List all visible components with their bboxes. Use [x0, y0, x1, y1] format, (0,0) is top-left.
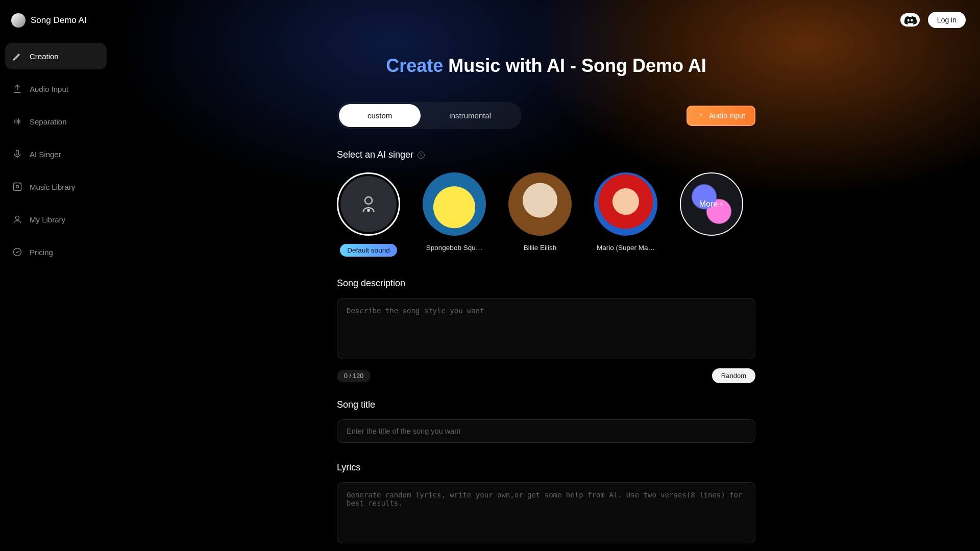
chevron-right-icon	[719, 201, 724, 207]
sidebar-item-label: Music Library	[30, 183, 75, 191]
sidebar-item-separation[interactable]: Separation	[5, 108, 107, 135]
spongebob-avatar-icon	[423, 172, 486, 236]
album-icon	[12, 182, 22, 192]
singer-avatar-spongebob	[423, 172, 486, 236]
singer-name-billie: Billie Eilish	[524, 244, 557, 252]
sidebar-item-audio-input[interactable]: Audio Input	[5, 76, 107, 102]
brand-name: Song Demo AI	[31, 15, 87, 26]
topbar: Log in	[112, 0, 980, 40]
page-title-accent: Create	[386, 55, 443, 76]
tabs-row: custom instrumental Audio Input	[337, 102, 755, 129]
singer-section-label-text: Select an AI singer	[337, 149, 413, 160]
more-singers-icon: More	[680, 172, 743, 236]
svg-rect-0	[16, 151, 19, 155]
singer-card-billie[interactable]: Billie Eilish	[508, 172, 572, 257]
login-button[interactable]: Log in	[928, 12, 966, 28]
sidebar-item-label: My Library	[30, 215, 65, 224]
title-input[interactable]	[337, 419, 755, 443]
singer-card-spongebob[interactable]: Spongebob Squ…	[423, 172, 486, 257]
singer-avatar-mario	[594, 172, 657, 236]
sidebar: Song Demo AI Creation Audio Input Separa…	[0, 0, 112, 551]
sidebar-item-label: AI Singer	[30, 150, 61, 159]
singer-name-mario: Mario (Super Ma…	[597, 244, 655, 252]
description-textarea[interactable]	[337, 298, 755, 359]
singer-section-label: Select an AI singer ?	[337, 149, 755, 160]
user-icon	[12, 214, 22, 224]
mic-icon	[12, 149, 22, 159]
sidebar-item-label: Creation	[30, 52, 59, 61]
page-title-rest: Music with AI - Song Demo AI	[443, 55, 706, 76]
mode-tabs: custom instrumental	[337, 102, 522, 129]
random-button[interactable]: Random	[712, 368, 755, 383]
description-char-count: 0 / 120	[337, 370, 371, 382]
billie-avatar-icon	[508, 172, 572, 236]
svg-point-3	[16, 216, 19, 219]
sidebar-nav: Creation Audio Input Separation AI Singe…	[5, 43, 107, 265]
singer-avatar-more: More	[680, 172, 743, 236]
audio-input-button-label: Audio Input	[709, 112, 745, 120]
sidebar-item-my-library[interactable]: My Library	[5, 206, 107, 233]
singer-card-default[interactable]: Default sound	[337, 172, 400, 257]
more-label: More	[699, 199, 718, 209]
sidebar-item-pricing[interactable]: Pricing	[5, 239, 107, 265]
sidebar-item-music-library[interactable]: Music Library	[5, 173, 107, 200]
lyrics-label: Lyrics	[337, 462, 755, 473]
title-label: Song title	[337, 399, 755, 410]
main: Log in Create Music with AI - Song Demo …	[112, 0, 980, 551]
badge-icon	[12, 247, 22, 257]
svg-point-2	[16, 186, 19, 188]
sidebar-item-label: Pricing	[30, 248, 53, 257]
brand-logo	[11, 13, 26, 28]
sidebar-item-label: Audio Input	[30, 85, 68, 93]
upload-cloud-icon	[697, 112, 705, 120]
default-sound-icon	[340, 176, 397, 232]
pencil-icon	[12, 51, 22, 61]
svg-point-6	[368, 210, 370, 212]
sidebar-item-ai-singer[interactable]: AI Singer	[5, 141, 107, 167]
brand: Song Demo AI	[5, 6, 107, 39]
tab-instrumental[interactable]: instrumental	[421, 104, 520, 127]
singer-avatar-billie	[508, 172, 572, 236]
mario-avatar-icon	[594, 172, 657, 236]
singer-name-spongebob: Spongebob Squ…	[426, 244, 482, 252]
svg-point-5	[365, 197, 372, 204]
upload-icon	[12, 84, 22, 94]
singer-row: Default sound Spongebob Squ… Billie Eili…	[337, 172, 755, 257]
singer-card-more[interactable]: More	[680, 172, 743, 257]
description-footer: 0 / 120 Random	[337, 368, 755, 383]
lyrics-textarea[interactable]	[337, 482, 755, 543]
help-icon[interactable]: ?	[418, 152, 425, 159]
discord-icon	[903, 15, 917, 24]
svg-rect-1	[14, 183, 21, 191]
tab-custom[interactable]: custom	[339, 104, 421, 127]
page-title: Create Music with AI - Song Demo AI	[337, 55, 755, 77]
sidebar-item-label: Separation	[30, 117, 67, 126]
singer-avatar-default	[337, 172, 400, 236]
sidebar-item-creation[interactable]: Creation	[5, 43, 107, 69]
singer-card-mario[interactable]: Mario (Super Ma…	[594, 172, 657, 257]
discord-button[interactable]	[900, 13, 920, 27]
audio-input-button[interactable]: Audio Input	[687, 106, 755, 126]
description-label: Song description	[337, 278, 755, 289]
wave-icon	[12, 116, 22, 127]
singer-name-default: Default sound	[340, 244, 397, 257]
